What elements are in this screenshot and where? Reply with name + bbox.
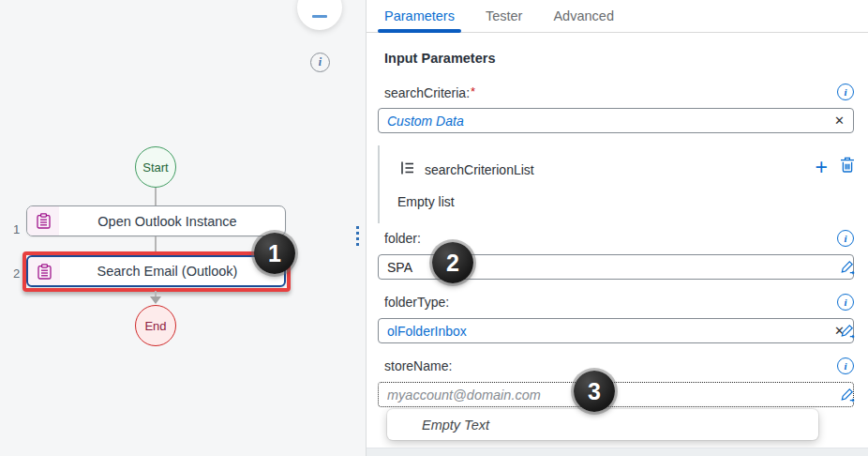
store-name-input[interactable] [387, 388, 845, 403]
properties-panel: Parameters Tester Advanced Input Paramet… [367, 0, 868, 456]
edit-expression-icon[interactable] [840, 324, 856, 342]
zoom-out-button[interactable] [297, 0, 342, 30]
search-criteria-field[interactable]: Custom Data ✕ [378, 108, 854, 133]
add-item-button[interactable]: + [816, 158, 828, 176]
panel-tabbar: Parameters Tester Advanced [367, 0, 868, 33]
info-icon: i [319, 55, 322, 69]
clear-icon[interactable]: ✕ [834, 114, 845, 128]
section-title: Input Parameters [384, 51, 495, 66]
info-icon[interactable]: i [837, 84, 854, 100]
group-rail [378, 145, 380, 223]
store-name-label: storeName: [384, 358, 452, 373]
info-icon[interactable]: i [837, 357, 854, 374]
search-criteria-label: searchCriteria:* [384, 84, 475, 100]
folder-label: folder: [384, 231, 421, 246]
folder-value: SPA [387, 260, 412, 275]
suggestion-item-empty-text[interactable]: Empty Text [387, 409, 818, 440]
search-criteria-value: Custom Data [387, 114, 464, 129]
flow-canvas[interactable]: i Start 1 Open Outlook Instance 2 [0, 0, 367, 456]
start-node[interactable]: Start [135, 146, 176, 188]
empty-list-text: Empty list [397, 194, 455, 209]
panel-bottom-strip [367, 448, 868, 456]
connector-line [155, 236, 157, 254]
flow-node-open-outlook-instance[interactable]: Open Outlook Instance [26, 205, 286, 236]
search-criterion-list-header: searchCriterionList [401, 161, 534, 177]
step-row-number: 1 [13, 222, 20, 236]
list-icon [401, 161, 414, 177]
annotation-badge-1: 1 [254, 233, 295, 274]
info-icon[interactable]: i [837, 294, 854, 311]
step-label: Search Email (Outlook) [60, 257, 284, 285]
folder-type-value: olFolderInbox [387, 324, 467, 339]
active-tab-underline [378, 29, 461, 33]
tab-advanced[interactable]: Advanced [553, 8, 614, 23]
panel-splitter-handle[interactable] [356, 226, 359, 246]
clipboard-icon [27, 206, 59, 236]
step-label: Open Outlook Instance [59, 206, 285, 236]
annotation-badge-3: 3 [574, 371, 615, 412]
clipboard-icon [28, 257, 60, 285]
end-node[interactable]: End [135, 305, 176, 346]
info-icon[interactable]: i [837, 230, 854, 247]
flow-node-search-email-outlook[interactable]: Search Email (Outlook) [26, 255, 286, 287]
edit-expression-icon[interactable] [840, 260, 856, 279]
annotation-badge-2: 2 [432, 242, 473, 283]
required-asterisk: * [471, 84, 475, 99]
end-node-label: End [144, 319, 166, 333]
step-row-number: 2 [13, 266, 20, 281]
search-criterion-list-name: searchCriterionList [425, 162, 534, 177]
connector-line [155, 188, 157, 205]
tab-tester[interactable]: Tester [486, 8, 523, 23]
folder-type-field[interactable]: olFolderInbox ✕ [378, 318, 854, 343]
canvas-info-button[interactable]: i [310, 53, 330, 72]
store-name-field[interactable] [378, 382, 854, 407]
connector-arrow-icon [150, 296, 161, 304]
start-node-label: Start [142, 160, 168, 175]
minus-icon [312, 15, 327, 18]
edit-expression-icon[interactable] [840, 388, 856, 406]
group-actions: + [816, 157, 855, 176]
tab-parameters[interactable]: Parameters [384, 8, 455, 23]
delete-button[interactable] [840, 157, 855, 176]
folder-type-label: folderType: [384, 295, 449, 310]
